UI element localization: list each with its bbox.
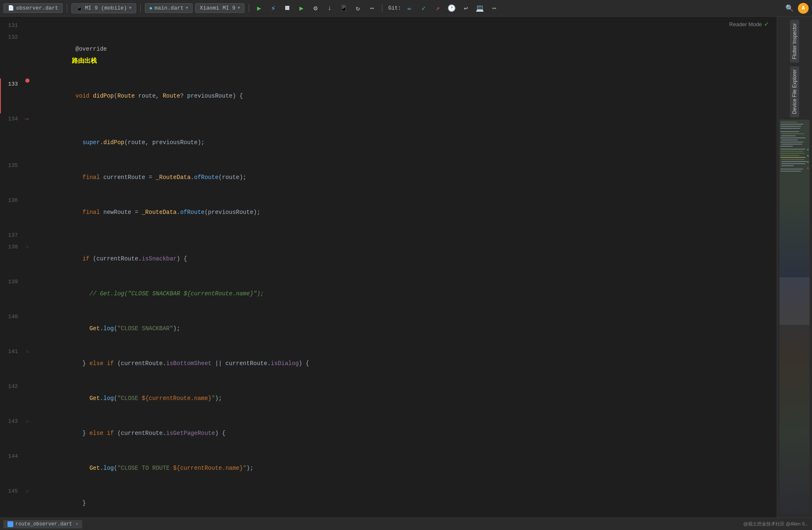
svg-rect-4: [780, 131, 799, 132]
code-line-142: 142 Get.log("CLOSE ${currentRoute.name}"…: [0, 381, 777, 416]
git-more-icon[interactable]: ⋯: [488, 2, 500, 14]
device-file-tab[interactable]: Device File Explorer: [790, 66, 799, 117]
profile-button[interactable]: ⚙: [310, 2, 321, 14]
reader-mode-check-icon: ✓: [764, 20, 768, 28]
line-num-143: 143: [0, 416, 23, 427]
separator-3: [249, 4, 249, 12]
route-observer-tab[interactable]: route_observer.dart ×: [3, 520, 82, 528]
search-icon[interactable]: 🔍: [784, 2, 795, 14]
line-num-145: 145: [0, 486, 23, 497]
line-content-140: Get.log("CLOSE SNACKBAR");: [32, 311, 777, 346]
csdn-badge: @掘土挖金技术社区 @Allen S...: [744, 521, 809, 527]
bottom-tab-label: route_observer.dart: [15, 521, 72, 527]
stop-button[interactable]: ⏹: [281, 2, 293, 14]
svg-rect-25: [807, 161, 809, 163]
svg-rect-20: [781, 165, 794, 166]
code-line-133: 133 void didPop(Route route, Route? prev…: [0, 79, 777, 113]
git-edit-icon[interactable]: ✏: [404, 2, 415, 14]
file-icon: 📄: [8, 5, 14, 11]
flutter-inspector-tab[interactable]: Flutter Inspector: [790, 20, 799, 63]
svg-rect-24: [807, 155, 809, 157]
reload-button[interactable]: ↻: [352, 2, 364, 14]
gutter-145: ○: [23, 486, 32, 497]
line-num-137: 137: [0, 230, 23, 241]
reader-mode-bar: Reader Mode ✓: [729, 20, 768, 28]
device-name-tab[interactable]: Xiaomi MI 9 ▼: [195, 3, 245, 13]
bottom-bar: route_observer.dart × @掘土挖金技术社区 @Allen S…: [0, 518, 812, 530]
svg-rect-18: [781, 161, 807, 162]
svg-rect-13: [780, 151, 803, 152]
code-line-143: 143 ○ } else if (currentRoute.isGetPageR…: [0, 416, 777, 451]
code-line-132: 132 @override 路由出栈: [0, 32, 777, 79]
device-dropdown-arrow: ▼: [129, 6, 132, 10]
separator-4: [382, 4, 382, 12]
code-line-145: 145 ○ }: [0, 486, 777, 518]
line-content-135: final currentRoute = _RouteData.ofRoute(…: [32, 160, 777, 195]
svg-rect-22: [780, 171, 801, 172]
file-tab-label: observer.dart: [16, 5, 58, 11]
svg-rect-17: [781, 159, 804, 160]
line-num-142: 142: [0, 381, 23, 393]
svg-rect-11: [780, 146, 793, 147]
svg-rect-19: [781, 163, 805, 164]
dart-file-icon: [7, 521, 13, 527]
file-tab[interactable]: 📄 observer.dart: [3, 3, 63, 13]
line-num-133: 133: [0, 79, 23, 90]
run-button[interactable]: ▶: [253, 2, 265, 14]
line-num-140: 140: [0, 311, 23, 323]
device-tab[interactable]: 📱 MI 9 (mobile) ▼: [71, 3, 136, 13]
git-push-icon[interactable]: ↗: [432, 2, 443, 14]
line-content-136: final newRoute = _RouteData.ofRoute(prev…: [32, 195, 777, 230]
device-mirror[interactable]: 📱: [338, 2, 350, 14]
code-line-131: 131: [0, 20, 777, 32]
main-tab[interactable]: ◆ main.dart ▼: [145, 3, 193, 13]
code-line-139: 139 // Get.log("CLOSE SNACKBAR ${current…: [0, 276, 777, 311]
code-line-144: 144 Get.log("CLOSE TO ROUTE ${currentRou…: [0, 451, 777, 486]
line-num-135: 135: [0, 160, 23, 172]
code-line-135: 135 final currentRoute = _RouteData.ofRo…: [0, 160, 777, 195]
git-check-icon[interactable]: ✓: [418, 2, 429, 14]
main-dropdown-arrow: ▼: [186, 6, 188, 10]
device-tab-label: MI 9 (mobile): [85, 5, 127, 11]
line-num-131: 131: [0, 20, 23, 32]
svg-rect-16: [780, 157, 805, 158]
line-content-142: Get.log("CLOSE ${currentRoute.name}");: [32, 381, 777, 416]
svg-rect-2: [780, 126, 801, 127]
flutter-icon[interactable]: ⚡: [267, 2, 279, 14]
svg-rect-15: [780, 155, 799, 156]
code-line-141: 141 ○ } else if (currentRoute.isBottomSh…: [0, 346, 777, 381]
svg-rect-7: [780, 137, 805, 138]
line-content-144: Get.log("CLOSE TO ROUTE ${currentRoute.n…: [32, 451, 777, 486]
git-undo-icon[interactable]: ↩: [460, 2, 472, 14]
line-content-141: } else if (currentRoute.isBottomSheet ||…: [32, 346, 777, 381]
right-panel: Flutter Inspector Device File Explorer: [777, 17, 812, 518]
code-line-138: 138 ○ if (currentRoute.isSnackbar) {: [0, 241, 777, 276]
debug-button[interactable]: ▶: [296, 2, 307, 14]
more-button[interactable]: ⋯: [366, 2, 378, 14]
attach-button[interactable]: ↓: [324, 2, 335, 14]
svg-rect-14: [780, 153, 805, 154]
line-content-133: void didPop(Route route, Route? previous…: [32, 79, 777, 113]
line-content-134: → super.didPop(route, previousRoute);: [32, 113, 777, 160]
git-history-icon[interactable]: 🕐: [446, 2, 457, 14]
device-name-label: Xiaomi MI 9: [200, 5, 235, 11]
line-content-139: // Get.log("CLOSE SNACKBAR ${currentRout…: [32, 276, 777, 311]
svg-rect-12: [780, 149, 805, 150]
right-panel-tabs: Flutter Inspector Device File Explorer: [779, 20, 810, 118]
editor-area: Reader Mode ✓ 131 132 @override 路由出栈: [0, 17, 777, 518]
line-content-132: @override 路由出栈: [32, 32, 777, 79]
line-num-132: 132: [0, 32, 23, 43]
git-device-icon[interactable]: 💻: [474, 2, 486, 14]
separator-1: [67, 4, 67, 12]
close-tab-button[interactable]: ×: [76, 522, 78, 527]
code-editor[interactable]: 131 132 @override 路由出栈 133: [0, 17, 777, 518]
main-tab-label: main.dart: [154, 5, 183, 11]
svg-rect-9: [780, 142, 803, 142]
user-avatar[interactable]: A: [798, 3, 809, 14]
current-line-marker: [0, 79, 1, 113]
svg-rect-26: [807, 167, 809, 169]
line-num-136: 136: [0, 195, 23, 206]
code-line-140: 140 Get.log("CLOSE SNACKBAR");: [0, 311, 777, 346]
svg-rect-0: [780, 122, 797, 123]
toolbar-right: 🔍 A: [784, 2, 809, 14]
